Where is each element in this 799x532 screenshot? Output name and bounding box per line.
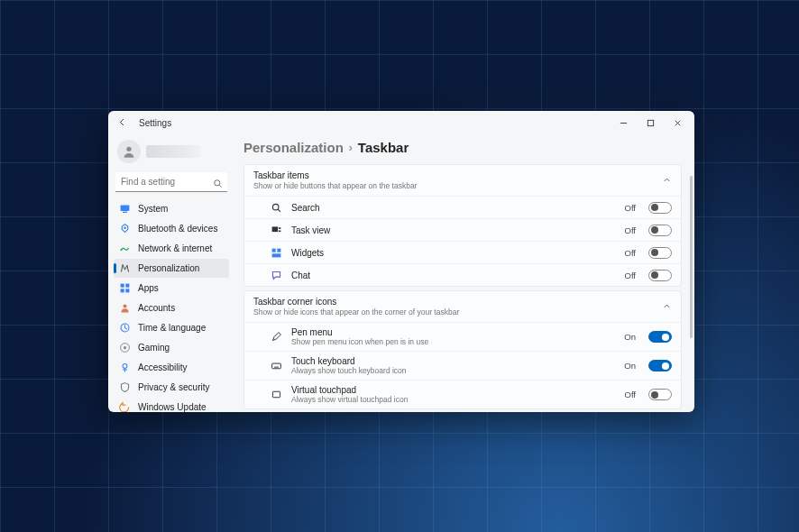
sidebar-item-network-internet[interactable]: Network & internet (114, 239, 229, 258)
sidebar-item-time-language[interactable]: Time & language (114, 318, 229, 337)
svg-rect-12 (125, 289, 129, 292)
group-header[interactable]: Taskbar corner iconsShow or hide icons t… (244, 291, 681, 322)
toggle-switch[interactable] (648, 331, 672, 343)
sidebar-item-label: Network & internet (138, 243, 212, 253)
sidebar-item-accessibility[interactable]: Accessibility (114, 358, 229, 377)
nav-icon (119, 362, 131, 373)
setting-row: Task viewOff (244, 218, 681, 241)
group-title: Taskbar corner icons (253, 297, 662, 307)
close-button[interactable] (664, 113, 691, 133)
svg-rect-25 (271, 253, 280, 257)
svg-point-16 (124, 346, 126, 349)
setting-title: Search (291, 203, 616, 213)
setting-subtitle: Always show touch keyboard icon (291, 366, 615, 375)
svg-point-3 (215, 180, 220, 186)
setting-row: SearchOff (244, 196, 681, 218)
group-subtitle: Show or hide buttons that appear on the … (253, 181, 662, 190)
sidebar-item-gaming[interactable]: Gaming (114, 338, 229, 357)
sidebar-item-label: Gaming (138, 343, 170, 353)
settings-group: Taskbar corner iconsShow or hide icons t… (243, 290, 682, 409)
sidebar-item-windows-update[interactable]: Windows Update (114, 398, 229, 412)
breadcrumb: Personalization › Taskbar (243, 134, 691, 164)
nav-list: SystemBluetooth & devicesNetwork & inter… (114, 199, 229, 412)
toggle-state-label: Off (625, 225, 637, 235)
scrollbar-thumb[interactable] (690, 176, 693, 338)
toggle-state-label: Off (625, 390, 637, 399)
search-box[interactable] (115, 172, 227, 192)
setting-title: Pen menu (291, 327, 615, 337)
toggle-state-label: On (624, 332, 636, 342)
sidebar-item-label: Windows Update (138, 402, 207, 412)
avatar (117, 140, 141, 163)
sidebar-item-label: Bluetooth & devices (138, 224, 217, 234)
breadcrumb-current: Taskbar (358, 140, 409, 155)
chevron-right-icon: › (349, 142, 353, 154)
widgets-icon (270, 246, 282, 259)
nav-icon (119, 262, 131, 274)
titlebar: Settings (108, 111, 694, 134)
toggle-switch[interactable] (648, 360, 672, 371)
svg-rect-21 (278, 227, 280, 229)
setting-row: Touch keyboardAlways show touch keyboard… (244, 351, 681, 380)
desktop-wallpaper: Settings (0, 0, 799, 532)
group-title: Taskbar items (253, 170, 662, 180)
svg-rect-9 (121, 284, 124, 288)
nav-icon (119, 243, 131, 254)
svg-point-13 (123, 304, 126, 307)
profile-block[interactable] (114, 138, 229, 170)
profile-name-placeholder (146, 145, 200, 158)
svg-point-18 (272, 204, 279, 210)
toggle-switch[interactable] (648, 247, 672, 259)
setting-title: Virtual touchpad (291, 385, 616, 395)
toggle-switch[interactable] (648, 225, 672, 236)
sidebar-item-label: Accessibility (138, 362, 187, 372)
setting-row: WidgetsOff (244, 241, 681, 263)
content-area: Personalization › Taskbar Taskbar itemsS… (234, 134, 694, 412)
toggle-state-label: On (624, 361, 636, 371)
sidebar-item-label: Privacy & security (138, 382, 209, 392)
sidebar-item-personalization[interactable]: Personalization (114, 259, 229, 278)
svg-point-8 (120, 249, 122, 251)
settings-scroll-region[interactable]: Taskbar itemsShow or hide buttons that a… (243, 164, 691, 412)
settings-window: Settings (108, 111, 694, 412)
setting-title: Chat (291, 271, 616, 280)
maximize-button[interactable] (637, 113, 664, 133)
svg-rect-20 (271, 226, 278, 232)
sidebar-item-label: Apps (138, 283, 159, 293)
sidebar-item-label: Accounts (138, 303, 175, 313)
toggle-state-label: Off (625, 271, 637, 280)
sidebar-item-accounts[interactable]: Accounts (114, 298, 229, 317)
nav-icon (119, 302, 131, 314)
svg-rect-5 (121, 205, 130, 211)
setting-row: Virtual touchpadAlways show virtual touc… (244, 380, 681, 408)
setting-subtitle: Show pen menu icon when pen is in use (291, 337, 615, 346)
sidebar-item-system[interactable]: System (114, 199, 229, 218)
setting-title: Widgets (291, 248, 616, 258)
nav-icon (119, 203, 131, 215)
keyboard-icon (270, 360, 282, 372)
toggle-switch[interactable] (648, 270, 672, 281)
settings-group: Taskbar itemsShow or hide buttons that a… (243, 164, 682, 287)
minimize-button[interactable] (610, 113, 637, 133)
svg-point-7 (124, 226, 125, 228)
chevron-up-icon (662, 175, 672, 187)
group-header[interactable]: Taskbar itemsShow or hide buttons that a… (244, 165, 681, 196)
toggle-switch[interactable] (648, 202, 672, 214)
breadcrumb-parent[interactable]: Personalization (243, 140, 344, 155)
sidebar-item-apps[interactable]: Apps (114, 279, 229, 298)
sidebar-item-label: Personalization (138, 263, 199, 273)
search-input[interactable] (115, 172, 227, 192)
svg-rect-24 (277, 248, 280, 252)
sidebar-item-label: System (138, 204, 168, 214)
sidebar-item-bluetooth-devices[interactable]: Bluetooth & devices (114, 219, 229, 238)
setting-title: Task view (291, 225, 616, 235)
nav-icon (119, 401, 131, 412)
sidebar-item-label: Time & language (138, 323, 206, 333)
back-button[interactable] (117, 117, 132, 129)
app-title: Settings (139, 118, 171, 128)
svg-point-17 (123, 363, 127, 368)
sidebar-item-privacy-security[interactable]: Privacy & security (114, 378, 229, 397)
setting-row: Pen menuShow pen menu icon when pen is i… (244, 322, 681, 351)
toggle-switch[interactable] (648, 389, 672, 400)
svg-rect-1 (647, 120, 653, 125)
